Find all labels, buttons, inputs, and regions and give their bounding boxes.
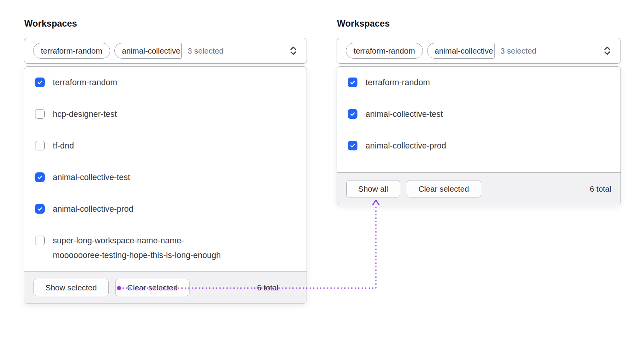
clear-selected-button[interactable]: Clear selected: [407, 180, 481, 197]
item-label: animal-collective-test: [366, 107, 443, 121]
workspaces-dropdown-card: terraform-random animal-collective-test …: [337, 66, 621, 205]
workspaces-listbox: terraform-random animal-collective-test …: [337, 67, 621, 172]
checkbox[interactable]: [35, 78, 45, 87]
list-item[interactable]: tf-dnd: [35, 130, 296, 162]
dropdown-footer: Show selected Clear selected 6 total: [24, 271, 307, 304]
list-item[interactable]: animal-collective-test: [348, 98, 610, 130]
selected-tag-truncated: animal-collective: [114, 43, 182, 59]
list-item[interactable]: animal-collective-prod: [348, 130, 610, 162]
workspaces-listbox: terraform-random hcp-designer-test tf-dn…: [24, 67, 307, 271]
item-label: tf-dnd: [53, 138, 74, 153]
checkbox[interactable]: [348, 78, 357, 87]
item-label: super-long-workspace-name-name-moooooore…: [53, 233, 221, 263]
checkbox[interactable]: [35, 236, 45, 245]
dropdown-footer: Show all Clear selected 6 total: [337, 172, 621, 205]
list-item[interactable]: terraform-random: [348, 67, 610, 98]
checkbox[interactable]: [35, 204, 45, 214]
item-label: animal-collective-test: [53, 170, 130, 185]
checkmark-icon: [349, 111, 356, 117]
checkmark-icon: [37, 206, 43, 212]
list-item[interactable]: terraform-random: [35, 67, 296, 98]
chevron-up-down-icon: [603, 45, 612, 56]
item-label: hcp-designer-test: [53, 107, 117, 121]
checkbox[interactable]: [348, 109, 357, 119]
item-label: terraform-random: [366, 75, 430, 90]
checkmark-icon: [37, 174, 43, 180]
checkbox[interactable]: [35, 141, 45, 150]
list-item[interactable]: animal-collective-test: [35, 162, 296, 193]
checkmark-icon: [349, 142, 356, 149]
checkmark-icon: [37, 79, 43, 86]
workspaces-select-trigger[interactable]: terraform-random animal-collective 3 sel…: [24, 38, 307, 64]
selected-tag: terraform-random: [346, 43, 423, 59]
list-item[interactable]: super-long-workspace-name-name-moooooore…: [35, 225, 296, 271]
checkbox[interactable]: [348, 141, 357, 150]
item-label: terraform-random: [53, 75, 117, 90]
list-item[interactable]: animal-collective-prod: [35, 193, 296, 225]
page-title: Workspaces: [24, 19, 77, 29]
checkmark-icon: [349, 79, 356, 86]
show-all-button[interactable]: Show all: [346, 180, 400, 197]
page-title: Workspaces: [337, 19, 390, 29]
total-count: 6 total: [257, 283, 278, 292]
total-count: 6 total: [590, 184, 611, 194]
chevron-up-down-icon: [289, 45, 298, 56]
workspaces-dropdown-card: terraform-random hcp-designer-test tf-dn…: [24, 66, 307, 304]
checkbox[interactable]: [35, 109, 45, 119]
list-item[interactable]: hcp-designer-test: [35, 98, 296, 130]
clear-selected-button[interactable]: Clear selected: [115, 279, 190, 296]
checkbox[interactable]: [35, 172, 45, 182]
selected-count: 3 selected: [188, 46, 223, 56]
selected-tag-truncated: animal-collective: [427, 43, 495, 59]
selected-count: 3 selected: [500, 46, 536, 56]
workspaces-select-trigger[interactable]: terraform-random animal-collective 3 sel…: [337, 38, 621, 64]
selected-tag: terraform-random: [33, 43, 110, 59]
show-selected-button[interactable]: Show selected: [34, 279, 109, 296]
item-label: animal-collective-prod: [366, 138, 446, 153]
item-label: animal-collective-prod: [53, 202, 133, 216]
